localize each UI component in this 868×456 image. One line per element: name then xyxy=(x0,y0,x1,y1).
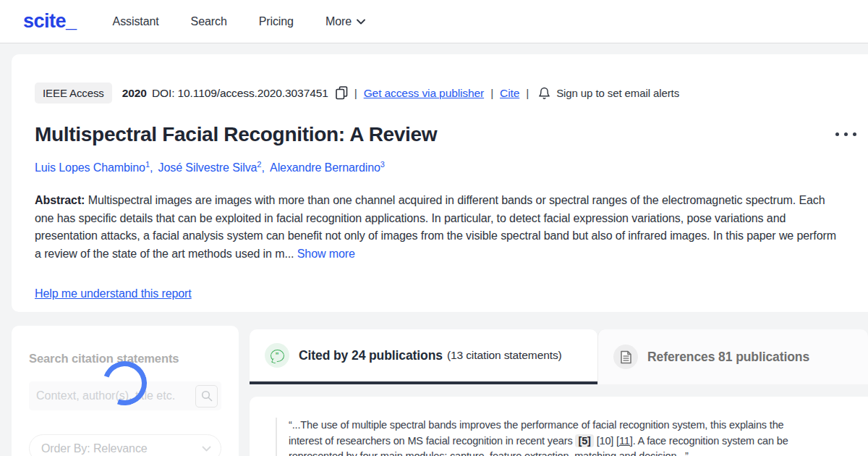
tab-cited-by-sublabel: (13 citation statements) xyxy=(447,349,562,362)
tab-cited-by-label: Cited by 24 publications xyxy=(299,348,443,363)
author-separator: , xyxy=(150,161,156,174)
reference-plain: [10] xyxy=(597,435,614,447)
abstract-text: Multispectral images are images with mor… xyxy=(35,194,836,260)
nav-label: More xyxy=(326,15,352,28)
author-link[interactable]: Alexandre Bernardino3 xyxy=(270,161,385,174)
tab-references[interactable]: References 81 publications xyxy=(597,329,868,384)
author-affiliation-number: 1 xyxy=(145,160,150,169)
reference-link[interactable]: [11] xyxy=(616,435,633,447)
paper-card: IEEE Access 2020 DOI: 10.1109/access.202… xyxy=(12,54,868,312)
citation-statement-card: “...The use of multiple spectral bands i… xyxy=(250,397,868,456)
copy-icon xyxy=(336,86,348,100)
publications-tabs: ” Cited by 24 publications (13 citation … xyxy=(250,329,868,384)
search-icon xyxy=(201,390,213,402)
quote-glyph: ” xyxy=(276,352,279,360)
citation-bubble-icon: ” xyxy=(265,343,289,368)
author-name: Alexandre Bernardino xyxy=(270,161,380,174)
nav-item-search[interactable]: Search xyxy=(191,15,227,28)
main-nav: Assistant Search Pricing More xyxy=(113,15,365,28)
author-list: Luis Lopes Chambino1, José Silvestre Sil… xyxy=(35,160,868,174)
paper-meta-row: IEEE Access 2020 DOI: 10.1109/access.202… xyxy=(35,83,868,104)
order-by-select[interactable]: Order By: Relevance xyxy=(29,434,221,456)
meta-separator: | xyxy=(490,87,493,100)
top-navbar: scite_ Assistant Search Pricing More xyxy=(0,0,868,43)
abstract-label: Abstract: xyxy=(35,194,85,206)
nav-item-assistant[interactable]: Assistant xyxy=(113,15,159,28)
cite-link[interactable]: Cite xyxy=(500,87,519,100)
abstract: Abstract: Multispectral images are image… xyxy=(35,192,845,263)
page-title: Multispectral Facial Recognition: A Revi… xyxy=(35,123,868,146)
email-alerts-label: Sign up to set email alerts xyxy=(556,87,679,99)
author-link[interactable]: Luis Lopes Chambino1 xyxy=(35,161,150,174)
show-more-link[interactable]: Show more xyxy=(297,248,355,260)
doi-text: DOI: 10.1109/access.2020.3037451 xyxy=(152,87,328,100)
author-name: Luis Lopes Chambino xyxy=(35,161,145,174)
search-button[interactable] xyxy=(195,385,218,408)
author-link[interactable]: José Silvestre Silva2 xyxy=(158,161,262,174)
get-access-link[interactable]: Get access via publisher xyxy=(364,87,484,100)
more-options-button[interactable] xyxy=(835,132,856,136)
scite-logo[interactable]: scite_ xyxy=(23,10,77,33)
nav-label: Assistant xyxy=(113,15,159,28)
help-understand-report-link[interactable]: Help me understand this report xyxy=(35,287,192,300)
meta-separator: | xyxy=(526,87,529,100)
copy-doi-button[interactable] xyxy=(336,86,348,100)
author-name: José Silvestre Silva xyxy=(158,161,258,174)
publication-year: 2020 xyxy=(122,87,147,100)
nav-item-pricing[interactable]: Pricing xyxy=(259,15,294,28)
order-by-value: Order By: Relevance xyxy=(41,442,148,455)
chevron-down-icon xyxy=(202,446,210,452)
nav-item-more[interactable]: More xyxy=(326,15,365,28)
author-affiliation-number: 3 xyxy=(380,160,385,169)
reference-chip[interactable]: [5] xyxy=(575,434,593,447)
author-separator: , xyxy=(261,161,268,174)
nav-label: Search xyxy=(191,15,227,28)
document-icon xyxy=(613,345,638,369)
tab-cited-by[interactable]: ” Cited by 24 publications (13 citation … xyxy=(250,329,597,384)
tab-references-label: References 81 publications xyxy=(647,350,809,365)
meta-separator: | xyxy=(354,87,357,100)
journal-badge: IEEE Access xyxy=(35,83,112,104)
nav-label: Pricing xyxy=(259,15,294,28)
bell-icon xyxy=(538,86,550,100)
chevron-down-icon xyxy=(357,19,365,25)
citation-statement: “...The use of multiple spectral bands i… xyxy=(276,418,795,456)
email-alerts-button[interactable]: Sign up to set email alerts xyxy=(538,86,679,100)
